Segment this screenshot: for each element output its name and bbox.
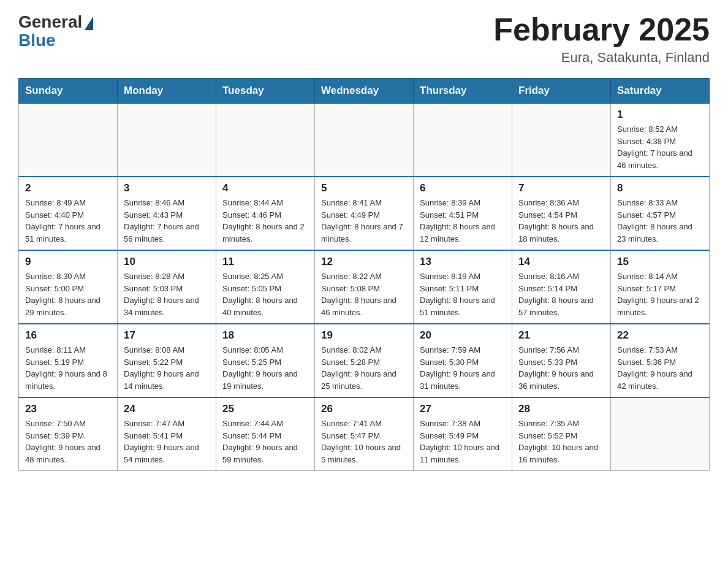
calendar-day-cell xyxy=(611,397,710,471)
calendar-day-cell: 15Sunrise: 8:14 AM Sunset: 5:17 PM Dayli… xyxy=(611,250,710,324)
calendar-day-cell: 28Sunrise: 7:35 AM Sunset: 5:52 PM Dayli… xyxy=(512,397,611,471)
logo: General Blue xyxy=(18,12,93,50)
day-info: Sunrise: 8:02 AM Sunset: 5:28 PM Dayligh… xyxy=(321,344,407,392)
calendar-day-cell: 9Sunrise: 8:30 AM Sunset: 5:00 PM Daylig… xyxy=(19,250,118,324)
day-info: Sunrise: 8:41 AM Sunset: 4:49 PM Dayligh… xyxy=(321,197,407,245)
day-number: 18 xyxy=(222,329,308,342)
day-number: 3 xyxy=(124,182,210,194)
day-number: 21 xyxy=(518,329,604,342)
day-number: 16 xyxy=(25,329,111,342)
day-number: 17 xyxy=(124,329,210,342)
title-block: February 2025 Eura, Satakunta, Finland xyxy=(493,12,710,66)
weekday-header-friday: Friday xyxy=(512,79,611,104)
calendar-day-cell: 14Sunrise: 8:16 AM Sunset: 5:14 PM Dayli… xyxy=(512,250,611,324)
day-info: Sunrise: 8:08 AM Sunset: 5:22 PM Dayligh… xyxy=(124,344,210,392)
calendar-day-cell: 25Sunrise: 7:44 AM Sunset: 5:44 PM Dayli… xyxy=(216,397,315,471)
day-info: Sunrise: 8:28 AM Sunset: 5:03 PM Dayligh… xyxy=(124,270,210,318)
weekday-header-monday: Monday xyxy=(118,79,216,104)
day-info: Sunrise: 8:30 AM Sunset: 5:00 PM Dayligh… xyxy=(25,270,111,318)
day-info: Sunrise: 8:44 AM Sunset: 4:46 PM Dayligh… xyxy=(222,197,308,245)
day-number: 26 xyxy=(321,403,407,415)
weekday-header-thursday: Thursday xyxy=(414,79,512,104)
calendar-week-row: 9Sunrise: 8:30 AM Sunset: 5:00 PM Daylig… xyxy=(19,250,710,324)
calendar-week-row: 23Sunrise: 7:50 AM Sunset: 5:39 PM Dayli… xyxy=(19,397,710,471)
logo-blue-text: Blue xyxy=(18,31,56,50)
calendar-day-cell: 16Sunrise: 8:11 AM Sunset: 5:19 PM Dayli… xyxy=(19,324,118,397)
day-number: 1 xyxy=(617,109,703,121)
day-number: 12 xyxy=(321,256,407,268)
day-info: Sunrise: 8:11 AM Sunset: 5:19 PM Dayligh… xyxy=(25,344,111,392)
day-info: Sunrise: 8:36 AM Sunset: 4:54 PM Dayligh… xyxy=(518,197,604,245)
day-info: Sunrise: 8:46 AM Sunset: 4:43 PM Dayligh… xyxy=(124,197,210,245)
calendar-day-cell xyxy=(512,104,611,177)
calendar-week-row: 2Sunrise: 8:49 AM Sunset: 4:40 PM Daylig… xyxy=(19,177,710,250)
calendar-day-cell: 26Sunrise: 7:41 AM Sunset: 5:47 PM Dayli… xyxy=(315,397,414,471)
day-number: 7 xyxy=(518,182,604,194)
page-header: General Blue February 2025 Eura, Satakun… xyxy=(18,12,710,66)
calendar-day-cell: 17Sunrise: 8:08 AM Sunset: 5:22 PM Dayli… xyxy=(118,324,216,397)
day-number: 9 xyxy=(25,256,111,268)
calendar-day-cell: 12Sunrise: 8:22 AM Sunset: 5:08 PM Dayli… xyxy=(315,250,414,324)
location-title: Eura, Satakunta, Finland xyxy=(493,50,710,66)
day-number: 19 xyxy=(321,329,407,342)
day-info: Sunrise: 8:39 AM Sunset: 4:51 PM Dayligh… xyxy=(420,197,506,245)
calendar-day-cell: 2Sunrise: 8:49 AM Sunset: 4:40 PM Daylig… xyxy=(19,177,118,250)
calendar-day-cell xyxy=(414,104,512,177)
day-info: Sunrise: 7:50 AM Sunset: 5:39 PM Dayligh… xyxy=(25,418,111,465)
day-number: 15 xyxy=(617,256,703,268)
month-title: February 2025 xyxy=(493,12,710,47)
day-number: 5 xyxy=(321,182,407,194)
day-number: 4 xyxy=(222,182,308,194)
day-info: Sunrise: 8:49 AM Sunset: 4:40 PM Dayligh… xyxy=(25,197,111,245)
day-number: 11 xyxy=(222,256,308,268)
day-number: 27 xyxy=(420,403,506,415)
day-info: Sunrise: 7:53 AM Sunset: 5:36 PM Dayligh… xyxy=(617,344,703,392)
day-info: Sunrise: 8:05 AM Sunset: 5:25 PM Dayligh… xyxy=(222,344,308,392)
day-info: Sunrise: 8:52 AM Sunset: 4:38 PM Dayligh… xyxy=(617,123,703,171)
weekday-header-wednesday: Wednesday xyxy=(315,79,414,104)
calendar-day-cell: 27Sunrise: 7:38 AM Sunset: 5:49 PM Dayli… xyxy=(414,397,512,471)
calendar-day-cell xyxy=(216,104,315,177)
day-number: 23 xyxy=(25,403,111,415)
calendar-day-cell: 3Sunrise: 8:46 AM Sunset: 4:43 PM Daylig… xyxy=(118,177,216,250)
calendar-day-cell: 19Sunrise: 8:02 AM Sunset: 5:28 PM Dayli… xyxy=(315,324,414,397)
calendar-day-cell: 20Sunrise: 7:59 AM Sunset: 5:30 PM Dayli… xyxy=(414,324,512,397)
calendar-week-row: 1Sunrise: 8:52 AM Sunset: 4:38 PM Daylig… xyxy=(19,104,710,177)
weekday-header-sunday: Sunday xyxy=(19,79,118,104)
calendar-day-cell: 8Sunrise: 8:33 AM Sunset: 4:57 PM Daylig… xyxy=(611,177,710,250)
day-info: Sunrise: 7:59 AM Sunset: 5:30 PM Dayligh… xyxy=(420,344,506,392)
logo-arrow-icon xyxy=(85,17,93,30)
weekday-header-row: SundayMondayTuesdayWednesdayThursdayFrid… xyxy=(19,79,710,104)
day-info: Sunrise: 8:33 AM Sunset: 4:57 PM Dayligh… xyxy=(617,197,703,245)
day-number: 10 xyxy=(124,256,210,268)
day-info: Sunrise: 7:47 AM Sunset: 5:41 PM Dayligh… xyxy=(124,418,210,465)
weekday-header-saturday: Saturday xyxy=(611,79,710,104)
calendar-body: 1Sunrise: 8:52 AM Sunset: 4:38 PM Daylig… xyxy=(19,104,710,471)
calendar-day-cell: 6Sunrise: 8:39 AM Sunset: 4:51 PM Daylig… xyxy=(414,177,512,250)
calendar-day-cell xyxy=(19,104,118,177)
calendar-day-cell: 7Sunrise: 8:36 AM Sunset: 4:54 PM Daylig… xyxy=(512,177,611,250)
day-number: 2 xyxy=(25,182,111,194)
calendar-day-cell: 21Sunrise: 7:56 AM Sunset: 5:33 PM Dayli… xyxy=(512,324,611,397)
day-info: Sunrise: 7:44 AM Sunset: 5:44 PM Dayligh… xyxy=(222,418,308,465)
calendar-day-cell: 4Sunrise: 8:44 AM Sunset: 4:46 PM Daylig… xyxy=(216,177,315,250)
calendar-day-cell: 5Sunrise: 8:41 AM Sunset: 4:49 PM Daylig… xyxy=(315,177,414,250)
calendar-week-row: 16Sunrise: 8:11 AM Sunset: 5:19 PM Dayli… xyxy=(19,324,710,397)
calendar-day-cell xyxy=(315,104,414,177)
calendar-day-cell: 23Sunrise: 7:50 AM Sunset: 5:39 PM Dayli… xyxy=(19,397,118,471)
day-info: Sunrise: 7:56 AM Sunset: 5:33 PM Dayligh… xyxy=(518,344,604,392)
day-info: Sunrise: 8:16 AM Sunset: 5:14 PM Dayligh… xyxy=(518,270,604,318)
weekday-header-tuesday: Tuesday xyxy=(216,79,315,104)
calendar-day-cell xyxy=(118,104,216,177)
calendar-day-cell: 22Sunrise: 7:53 AM Sunset: 5:36 PM Dayli… xyxy=(611,324,710,397)
day-number: 24 xyxy=(124,403,210,415)
day-info: Sunrise: 8:22 AM Sunset: 5:08 PM Dayligh… xyxy=(321,270,407,318)
logo-general-text: General xyxy=(18,12,82,32)
day-number: 14 xyxy=(518,256,604,268)
calendar-day-cell: 10Sunrise: 8:28 AM Sunset: 5:03 PM Dayli… xyxy=(118,250,216,324)
calendar-header: SundayMondayTuesdayWednesdayThursdayFrid… xyxy=(19,79,710,104)
day-info: Sunrise: 8:19 AM Sunset: 5:11 PM Dayligh… xyxy=(420,270,506,318)
calendar-day-cell: 24Sunrise: 7:47 AM Sunset: 5:41 PM Dayli… xyxy=(118,397,216,471)
day-info: Sunrise: 7:35 AM Sunset: 5:52 PM Dayligh… xyxy=(518,418,604,465)
calendar-day-cell: 18Sunrise: 8:05 AM Sunset: 5:25 PM Dayli… xyxy=(216,324,315,397)
